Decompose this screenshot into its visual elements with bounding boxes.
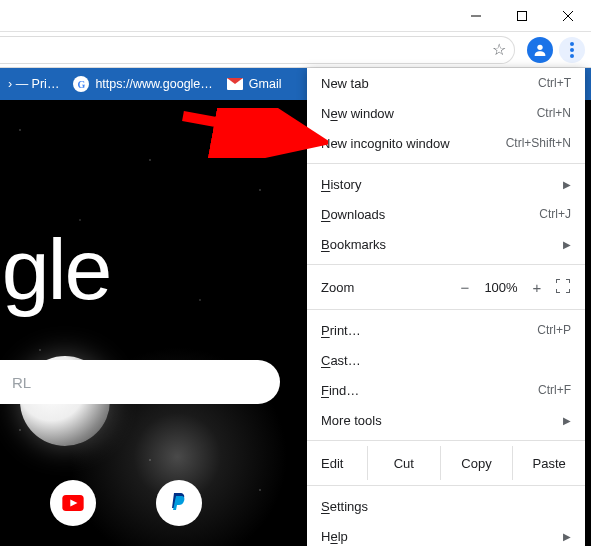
zoom-label: Zoom bbox=[321, 280, 451, 295]
menu-shortcut: Ctrl+P bbox=[537, 323, 571, 337]
bookmark-label: › — Pri… bbox=[8, 77, 59, 91]
zoom-in-button[interactable]: + bbox=[523, 279, 551, 296]
menu-separator bbox=[307, 440, 585, 441]
chrome-main-menu: New tab Ctrl+T New window Ctrl+N New inc… bbox=[307, 68, 585, 546]
menu-label: New window bbox=[321, 106, 537, 121]
shortcut-paypal[interactable] bbox=[156, 480, 202, 526]
submenu-arrow-icon: ▶ bbox=[563, 531, 571, 542]
menu-item-new-incognito[interactable]: New incognito window Ctrl+Shift+N bbox=[307, 128, 585, 158]
bookmark-star-icon[interactable]: ☆ bbox=[492, 40, 506, 59]
menu-item-find[interactable]: Find… Ctrl+F bbox=[307, 375, 585, 405]
google-logo: oogle bbox=[0, 220, 110, 319]
google-favicon-icon: G bbox=[73, 76, 89, 92]
menu-shortcut: Ctrl+J bbox=[539, 207, 571, 221]
menu-label: New incognito window bbox=[321, 136, 506, 151]
menu-label: Find… bbox=[321, 383, 538, 398]
menu-shortcut: Ctrl+Shift+N bbox=[506, 136, 571, 150]
menu-separator bbox=[307, 485, 585, 486]
menu-item-new-window[interactable]: New window Ctrl+N bbox=[307, 98, 585, 128]
menu-label: Settings bbox=[321, 499, 571, 514]
submenu-arrow-icon: ▶ bbox=[563, 239, 571, 250]
svg-point-5 bbox=[570, 42, 574, 46]
gmail-favicon-icon bbox=[227, 78, 243, 90]
fullscreen-icon bbox=[556, 279, 570, 293]
menu-shortcut: Ctrl+T bbox=[538, 76, 571, 90]
vertical-dots-icon bbox=[570, 42, 574, 58]
menu-item-bookmarks[interactable]: Bookmarks ▶ bbox=[307, 229, 585, 259]
menu-item-more-tools[interactable]: More tools ▶ bbox=[307, 405, 585, 435]
svg-rect-1 bbox=[518, 11, 527, 20]
bookmark-label: https://www.google… bbox=[95, 77, 212, 91]
submenu-arrow-icon: ▶ bbox=[563, 415, 571, 426]
submenu-arrow-icon: ▶ bbox=[563, 179, 571, 190]
menu-item-help[interactable]: Help ▶ bbox=[307, 521, 585, 546]
menu-item-downloads[interactable]: Downloads Ctrl+J bbox=[307, 199, 585, 229]
menu-label: More tools bbox=[321, 413, 563, 428]
address-bar[interactable]: ☆ bbox=[0, 36, 515, 64]
bookmark-label: Gmail bbox=[249, 77, 282, 91]
svg-point-4 bbox=[537, 44, 542, 49]
edit-copy-button[interactable]: Copy bbox=[440, 446, 513, 480]
menu-label: Print… bbox=[321, 323, 537, 338]
fullscreen-button[interactable] bbox=[551, 279, 575, 296]
window-maximize-button[interactable] bbox=[499, 0, 545, 32]
menu-label: Help bbox=[321, 529, 563, 544]
window-titlebar bbox=[0, 0, 591, 32]
user-icon bbox=[532, 42, 548, 58]
shortcut-row bbox=[50, 480, 202, 526]
menu-label: History bbox=[321, 177, 563, 192]
edit-paste-button[interactable]: Paste bbox=[512, 446, 585, 480]
menu-label: Bookmarks bbox=[321, 237, 563, 252]
edit-cut-button[interactable]: Cut bbox=[367, 446, 440, 480]
menu-item-history[interactable]: History ▶ bbox=[307, 169, 585, 199]
menu-separator bbox=[307, 264, 585, 265]
zoom-value: 100% bbox=[479, 280, 523, 295]
bookmark-item-pri[interactable]: › — Pri… bbox=[8, 77, 59, 91]
paypal-icon bbox=[171, 493, 187, 513]
search-placeholder: RL bbox=[12, 374, 31, 391]
zoom-out-button[interactable]: − bbox=[451, 279, 479, 296]
shortcut-youtube[interactable] bbox=[50, 480, 96, 526]
bookmark-item-gmail[interactable]: Gmail bbox=[227, 77, 282, 91]
menu-item-zoom: Zoom − 100% + bbox=[307, 270, 585, 304]
menu-item-print[interactable]: Print… Ctrl+P bbox=[307, 315, 585, 345]
svg-point-7 bbox=[570, 54, 574, 58]
menu-label: New tab bbox=[321, 76, 538, 91]
menu-separator bbox=[307, 309, 585, 310]
menu-label: Cast… bbox=[321, 353, 571, 368]
window-minimize-button[interactable] bbox=[453, 0, 499, 32]
menu-shortcut: Ctrl+N bbox=[537, 106, 571, 120]
bookmark-item-google[interactable]: G https://www.google… bbox=[73, 76, 212, 92]
menu-item-new-tab[interactable]: New tab Ctrl+T bbox=[307, 68, 585, 98]
menu-label: Downloads bbox=[321, 207, 539, 222]
menu-separator bbox=[307, 163, 585, 164]
menu-shortcut: Ctrl+F bbox=[538, 383, 571, 397]
edit-label: Edit bbox=[307, 456, 367, 471]
search-box[interactable]: RL bbox=[0, 360, 280, 404]
chrome-menu-button[interactable] bbox=[559, 37, 585, 63]
menu-item-edit-row: Edit Cut Copy Paste bbox=[307, 446, 585, 480]
profile-avatar-button[interactable] bbox=[527, 37, 553, 63]
svg-point-6 bbox=[570, 48, 574, 52]
youtube-icon bbox=[62, 495, 84, 511]
menu-item-settings[interactable]: Settings bbox=[307, 491, 585, 521]
menu-item-cast[interactable]: Cast… bbox=[307, 345, 585, 375]
window-close-button[interactable] bbox=[545, 0, 591, 32]
address-bar-row: ☆ bbox=[0, 32, 591, 68]
